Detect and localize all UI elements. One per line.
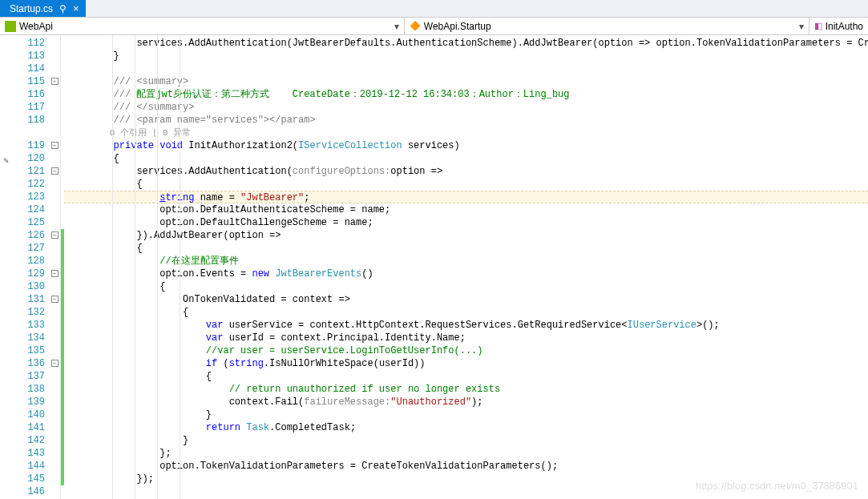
line-number: 133	[16, 319, 45, 332]
code-line: if (string.IsNullOrWhiteSpace(userId))	[64, 357, 868, 370]
line-number: 130	[16, 280, 45, 293]
code-line: {	[64, 178, 868, 191]
line-number: 125	[16, 216, 45, 229]
line-number: 138	[16, 383, 45, 396]
line-number: 129	[16, 268, 45, 280]
code-line: services.AddAuthentication(JwtBearerDefa…	[64, 37, 868, 50]
code-line: return Task.CompletedTask;	[64, 421, 868, 434]
code-line: context.Fail(failureMessage:"Unauthorize…	[64, 396, 868, 408]
fold-toggle[interactable]: −	[51, 360, 59, 367]
fold-toggle[interactable]: −	[51, 78, 59, 85]
close-icon[interactable]: ×	[73, 2, 79, 14]
line-number: 117	[16, 101, 45, 114]
csharp-project-icon	[5, 21, 16, 32]
nav-method-label: InitAutho	[826, 21, 863, 32]
line-number: 139	[16, 396, 45, 408]
code-line: /// <summary>	[64, 75, 868, 88]
code-area[interactable]: services.AddAuthentication(JwtBearerDefa…	[64, 35, 868, 499]
nav-method-dropdown[interactable]: ◧ InitAutho	[809, 18, 868, 34]
editor: ✎ 11211311411511611711811912012112212312…	[0, 35, 868, 499]
line-number: 132	[16, 306, 45, 319]
code-line: /// <param name="services"></param>	[64, 114, 868, 127]
line-number: 113	[16, 50, 45, 62]
line-number: 124	[16, 203, 45, 216]
code-line: /// </summary>	[64, 101, 868, 114]
code-line: {	[64, 242, 868, 255]
code-line: }	[64, 50, 868, 62]
line-number-gutter: 1121131141151161171181191201211221231241…	[16, 35, 50, 499]
tab-bar: Startup.cs ⚲ ×	[0, 0, 868, 18]
code-line	[64, 62, 868, 75]
line-number: 142	[16, 434, 45, 447]
line-number: 135	[16, 344, 45, 357]
code-line-current: string name = "JwtBearer";	[64, 191, 868, 203]
nav-project-dropdown[interactable]: WebApi ▾	[0, 18, 405, 34]
line-number: 123	[16, 191, 45, 203]
line-number: 116	[16, 88, 45, 101]
pin-icon[interactable]: ⚲	[59, 3, 67, 14]
line-number: 145	[16, 473, 45, 485]
code-line: var userId = context.Principal.Identity.…	[64, 332, 868, 344]
tab-title: Startup.cs	[10, 3, 53, 14]
line-number	[16, 127, 45, 139]
code-line: option.TokenValidationParameters = Creat…	[64, 460, 868, 473]
method-icon: ◧	[814, 21, 822, 31]
line-number: 144	[16, 460, 45, 473]
code-line: option.DefaultAuthenticateScheme = name;	[64, 203, 868, 216]
glyph-margin: ✎	[0, 35, 16, 499]
code-line: //在这里配置事件	[64, 255, 868, 268]
code-line: //var user = userService.LoginToGetUserI…	[64, 344, 868, 357]
chevron-down-icon: ▾	[394, 21, 399, 32]
nav-class-dropdown[interactable]: 🔶 WebApi.Startup ▾	[405, 18, 809, 34]
line-number: 131	[16, 293, 45, 306]
code-line: // return unauthorized if user no longer…	[64, 383, 868, 396]
code-line: OnTokenValidated = context =>	[64, 293, 868, 306]
line-number: 121	[16, 165, 45, 178]
code-line: }	[64, 434, 868, 447]
code-line: var userService = context.HttpContext.Re…	[64, 319, 868, 332]
line-number: 146	[16, 485, 45, 498]
fold-toggle[interactable]: −	[51, 270, 59, 277]
fold-toggle[interactable]: −	[51, 142, 59, 149]
class-icon: 🔶	[410, 21, 421, 31]
chevron-down-icon: ▾	[799, 21, 804, 32]
line-number: 112	[16, 37, 45, 50]
line-number: 127	[16, 242, 45, 255]
fold-toggle[interactable]: −	[51, 167, 59, 175]
line-number: 134	[16, 332, 45, 344]
edit-pencil-icon: ✎	[3, 155, 9, 166]
navigation-bar: WebApi ▾ 🔶 WebApi.Startup ▾ ◧ InitAutho	[0, 18, 868, 35]
nav-class-label: WebApi.Startup	[424, 21, 491, 32]
line-number: 143	[16, 447, 45, 460]
code-line: };	[64, 447, 868, 460]
tab-startup[interactable]: Startup.cs ⚲ ×	[0, 0, 86, 17]
code-line: private void InitAuthorization2(IService…	[64, 139, 868, 152]
line-number: 128	[16, 255, 45, 268]
code-line: }).AddJwtBearer(option =>	[64, 229, 868, 242]
line-number: 137	[16, 370, 45, 383]
code-line: {	[64, 152, 868, 165]
line-number: 118	[16, 114, 45, 127]
code-line: }	[64, 408, 868, 421]
line-number: 126	[16, 229, 45, 242]
code-line: services.AddAuthentication(configureOpti…	[64, 165, 868, 178]
line-number: 122	[16, 178, 45, 191]
line-number: 115	[16, 75, 45, 88]
line-number: 140	[16, 408, 45, 421]
code-line: {	[64, 280, 868, 293]
line-number: 120	[16, 152, 45, 165]
code-line	[64, 485, 868, 498]
line-number: 119	[16, 139, 45, 152]
line-number: 141	[16, 421, 45, 434]
line-number: 114	[16, 62, 45, 75]
fold-gutter: −−−−−−−	[50, 35, 61, 499]
code-line: });	[64, 473, 868, 485]
nav-project-label: WebApi	[19, 21, 53, 32]
fold-toggle[interactable]: −	[51, 231, 59, 239]
code-line: option.DefaultChallengeScheme = name;	[64, 216, 868, 229]
fold-toggle[interactable]: −	[51, 296, 59, 303]
code-line: {	[64, 370, 868, 383]
code-line: /// 配置jwt身份认证：第二种方式 CreateDate：2019-12-1…	[64, 88, 868, 101]
codelens[interactable]: 0 个引用 | 0 异常	[64, 127, 868, 139]
code-line: option.Events = new JwtBearerEvents()	[64, 268, 868, 280]
